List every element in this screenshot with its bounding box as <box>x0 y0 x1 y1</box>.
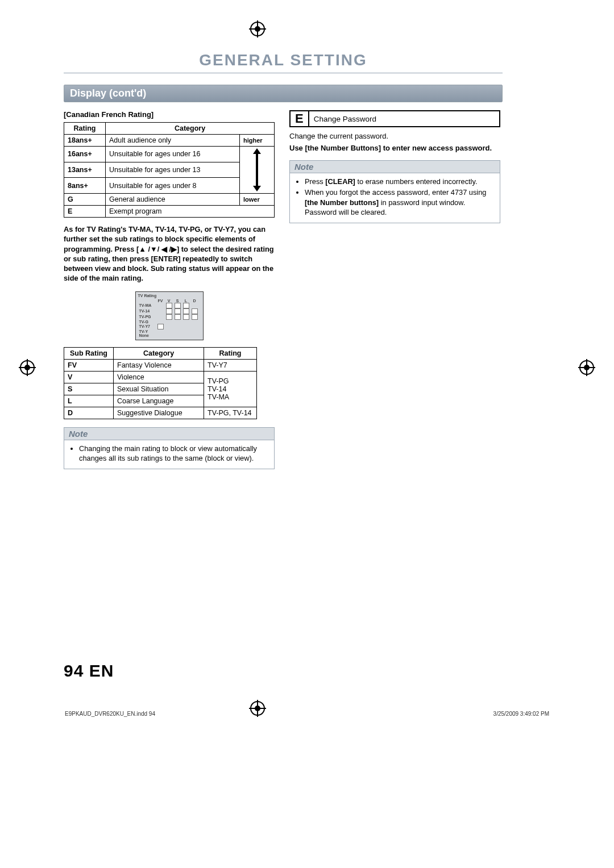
group-rating-cell: TV-PG TV-14 TV-MA <box>204 371 257 407</box>
c-8ans: Unsuitable for ages under 8 <box>106 178 240 194</box>
change-password-desc: Change the current password. <box>289 132 500 140</box>
page-content: GENERAL SETTING Display (cont'd) [Canadi… <box>64 51 503 469</box>
r-g: G <box>64 194 106 206</box>
note-heading: Note <box>64 428 274 440</box>
arrow-cell <box>240 147 275 194</box>
canadian-french-rating-table: Rating Category 18ans+ Adult audience on… <box>64 122 275 218</box>
section-heading: Display (cont'd) <box>64 85 503 102</box>
th-rating: Rating <box>64 123 106 135</box>
c-16ans: Unsuitable for ages under 16 <box>106 147 240 162</box>
page-number: 94 <box>64 661 84 680</box>
note-box-right: Note Press [CLEAR] to erase numbers ente… <box>289 160 500 223</box>
r-13ans: 13ans+ <box>64 162 106 178</box>
sub-rating-table: Sub Rating Category Rating FV Fantasy Vi… <box>64 347 257 419</box>
change-password-box: E Change Password <box>289 110 500 127</box>
c-g: General audience <box>106 194 240 206</box>
arrow-down-icon <box>253 186 261 191</box>
page-footer: 94 EN <box>64 661 114 681</box>
registration-mark-left <box>20 360 35 375</box>
r-e: E <box>64 206 106 218</box>
note-item: Changing the main rating to block or vie… <box>79 444 268 464</box>
r-18ans: 18ans+ <box>64 135 106 147</box>
cfr-heading: [Canadian French Rating] <box>64 110 275 119</box>
print-timestamp: 3/25/2009 3:49:02 PM <box>493 711 549 717</box>
th-category: Category <box>106 123 275 135</box>
registration-mark-bottom <box>250 701 265 716</box>
r-16ans: 16ans+ <box>64 147 106 162</box>
c-18ans: Adult audience only <box>106 135 240 147</box>
sub-rating-instructions: As for TV Rating's TV-MA, TV-14, TV-PG, … <box>64 224 275 283</box>
note-item: Press [CLEAR] to erase numbers entered i… <box>305 177 494 186</box>
page-title: GENERAL SETTING <box>64 51 503 73</box>
indd-filename: E9PKAUD_DVR620KU_EN.indd 94 <box>65 711 155 717</box>
right-column: E Change Password Change the current pas… <box>289 110 500 469</box>
tv-rating-grid: TV Rating FV V S L D TV-MA TV-14 TV-PG T… <box>135 291 204 340</box>
left-column: [Canadian French Rating] Rating Category… <box>64 110 275 469</box>
note-item: When you forgot the access password, ent… <box>305 187 494 217</box>
c-13ans: Unsuitable for ages under 13 <box>106 162 240 178</box>
registration-mark-top <box>250 22 265 36</box>
c-e: Exempt program <box>106 206 275 218</box>
r-8ans: 8ans+ <box>64 178 106 194</box>
note-box-left: Note Changing the main rating to block o… <box>64 427 275 470</box>
arrow-up-icon <box>253 148 261 154</box>
change-password-instruction: Use [the Number Buttons] to enter new ac… <box>289 144 500 152</box>
label-lower: lower <box>240 194 275 206</box>
step-letter: E <box>291 111 309 126</box>
page-lang: EN <box>89 661 114 680</box>
note-heading-right: Note <box>290 161 500 173</box>
change-password-label: Change Password <box>309 111 499 126</box>
tv-rating-grid-title: TV Rating <box>138 294 201 298</box>
registration-mark-right <box>579 360 594 375</box>
label-higher: higher <box>240 135 275 147</box>
